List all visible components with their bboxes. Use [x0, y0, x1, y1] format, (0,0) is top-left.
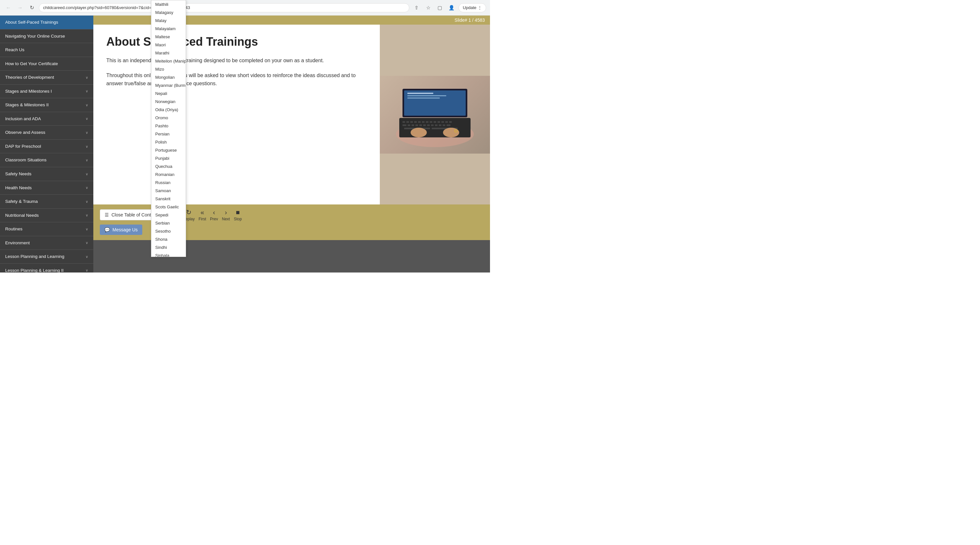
language-option-nepali[interactable]: Nepali	[151, 89, 186, 97]
language-option-romanian[interactable]: Romanian	[151, 170, 186, 178]
language-option-punjabi[interactable]: Punjabi	[151, 154, 186, 162]
sidebar-item-inclusion[interactable]: Inclusion and ADA∨	[0, 112, 93, 126]
slide-image-inner	[380, 76, 490, 154]
sidebar-item-label: Inclusion and ADA	[5, 116, 41, 122]
language-option-sanskrit[interactable]: Sanskrit	[151, 195, 186, 203]
language-option-oromo[interactable]: Oromo	[151, 114, 186, 122]
sidebar-item-routines[interactable]: Routines∨	[0, 222, 93, 236]
browser-actions: ⇧ ☆ ▢ 👤 Update ⋮	[412, 3, 486, 12]
share-button[interactable]: ⇧	[412, 3, 421, 12]
svg-rect-23	[435, 124, 438, 126]
chat-icon: 💬	[104, 227, 110, 232]
sidebar-item-observe[interactable]: Observe and Assess∨	[0, 126, 93, 140]
forward-button[interactable]: →	[16, 3, 25, 12]
chevron-down-icon: ∨	[86, 227, 88, 231]
language-option-maori[interactable]: Maori	[151, 41, 186, 49]
sidebar-item-theories[interactable]: Theories of Development∨	[0, 71, 93, 84]
stop-label: Stop	[234, 217, 242, 221]
stop-button[interactable]: ■ Stop	[234, 209, 242, 221]
language-option-odia[interactable]: Odia (Oriya)	[151, 106, 186, 114]
sidebar-item-health[interactable]: Health Needs∨	[0, 181, 93, 195]
language-option-sindhi[interactable]: Sindhi	[151, 243, 186, 251]
chevron-down-icon: ∨	[86, 254, 88, 259]
language-option-polish[interactable]: Polish	[151, 138, 186, 146]
sidebar-item-label: Classroom Situations	[5, 157, 47, 163]
slide-image	[380, 25, 490, 205]
language-option-serbian[interactable]: Serbian	[151, 219, 186, 227]
language-option-myanmar[interactable]: Myanmar (Burmese)	[151, 81, 186, 89]
sidebar-item-navigating[interactable]: Navigating Your Online Course	[0, 30, 93, 43]
next-button[interactable]: › Next	[222, 209, 230, 221]
chevron-down-icon: ∨	[86, 130, 88, 135]
sidebar-item-safety-trauma[interactable]: Safety & Trauma∨	[0, 195, 93, 209]
language-option-scots-gaelic[interactable]: Scots Gaelic	[151, 203, 186, 211]
sidebar-item-label: Lesson Planning & Learning II	[5, 268, 64, 272]
sidebar-item-lesson-planning[interactable]: Lesson Planning and Learning∨	[0, 250, 93, 264]
sidebar-item-label: Lesson Planning and Learning	[5, 254, 64, 259]
language-option-sepedi[interactable]: Sepedi	[151, 211, 186, 219]
sidebar-item-nutritional[interactable]: Nutritional Needs∨	[0, 209, 93, 222]
profile-button[interactable]: 👤	[447, 3, 456, 12]
bookmark-button[interactable]: ☆	[423, 3, 433, 12]
language-option-norwegian[interactable]: Norwegian	[151, 97, 186, 106]
sidebar-item-label: Stages and Milestones I	[5, 89, 52, 94]
sidebar-item-environment[interactable]: Environment∨	[0, 236, 93, 250]
svg-rect-31	[407, 93, 433, 94]
svg-rect-5	[414, 121, 417, 123]
chevron-down-icon: ∨	[86, 158, 88, 162]
language-option-sesotho[interactable]: Sesotho	[151, 227, 186, 235]
language-option-mizo[interactable]: Mizo	[151, 65, 186, 73]
update-button[interactable]: Update ⋮	[458, 3, 486, 12]
language-option-malayalam[interactable]: Malayalam	[151, 25, 186, 33]
language-option-persian[interactable]: Persian	[151, 130, 186, 138]
address-bar[interactable]: childcareed.com/player.php?sid=60780&ver…	[39, 3, 409, 12]
sidebar-item-classroom[interactable]: Classroom Situations∨	[0, 153, 93, 167]
prev-button[interactable]: ‹ Prev	[210, 209, 218, 221]
svg-rect-2	[402, 121, 405, 123]
language-option-sinhala[interactable]: Sinhala	[151, 251, 186, 257]
language-option-samoan[interactable]: Samoan	[151, 187, 186, 195]
sidebar-item-label: About Self-Paced Trainings	[5, 19, 58, 25]
language-option-pashto[interactable]: Pashto	[151, 122, 186, 130]
sidebar-item-lesson-planning2[interactable]: Lesson Planning & Learning II∨	[0, 264, 93, 272]
reload-button[interactable]: ↻	[27, 3, 36, 12]
back-button[interactable]: ←	[4, 3, 13, 12]
language-option-portuguese[interactable]: Portuguese	[151, 146, 186, 154]
prev-label: Prev	[210, 217, 218, 221]
sidebar-item-label: Reach Us	[5, 47, 24, 53]
first-button[interactable]: « First	[199, 209, 206, 221]
chevron-down-icon: ∨	[86, 172, 88, 176]
sidebar-item-reach-us[interactable]: Reach Us	[0, 43, 93, 57]
message-label: Message Us	[113, 227, 138, 232]
sidebar-item-stages1[interactable]: Stages and Milestones I∨	[0, 84, 93, 99]
svg-rect-32	[407, 95, 446, 96]
update-label: Update	[463, 5, 476, 10]
language-option-quechua[interactable]: Quechua	[151, 162, 186, 170]
svg-rect-33	[407, 97, 440, 99]
svg-rect-15	[402, 124, 406, 126]
message-button[interactable]: 💬 Message Us	[100, 224, 142, 235]
sidebar-item-label: Navigating Your Online Course	[5, 33, 65, 39]
chevron-down-icon: ∨	[86, 213, 88, 218]
svg-rect-24	[439, 124, 441, 126]
sidebar-item-about[interactable]: About Self-Paced Trainings	[0, 16, 93, 30]
browser-chrome: ← → ↻ childcareed.com/player.php?sid=607…	[0, 0, 490, 16]
language-option-shona[interactable]: Shona	[151, 235, 186, 243]
sidebar-item-stages2[interactable]: Stages & Milestones II∨	[0, 98, 93, 112]
slide-body-2: Throughout this online training, you wil…	[106, 71, 367, 88]
language-option-maltese[interactable]: Maltese	[151, 33, 186, 41]
window-button[interactable]: ▢	[435, 3, 444, 12]
sidebar-item-dap[interactable]: DAP for Preschool∨	[0, 140, 93, 154]
language-dropdown[interactable]: MaithiliMalagasyMalayMalayalamMalteseMao…	[151, 16, 186, 257]
sidebar-item-certificate[interactable]: How to Get Your Certificate	[0, 57, 93, 71]
language-option-malay[interactable]: Malay	[151, 16, 186, 25]
language-option-meiteilon[interactable]: Meiteilon (Manipuri)	[151, 57, 186, 65]
sidebar-item-label: Health Needs	[5, 185, 32, 191]
sidebar-item-safety[interactable]: Safety Needs∨	[0, 167, 93, 181]
svg-rect-10	[434, 121, 436, 123]
sidebar-item-label: How to Get Your Certificate	[5, 61, 58, 67]
language-option-russian[interactable]: Russian	[151, 178, 186, 187]
language-option-marathi[interactable]: Marathi	[151, 49, 186, 57]
language-option-mongolian[interactable]: Mongolian	[151, 73, 186, 81]
sidebar-item-label: Safety & Trauma	[5, 199, 38, 205]
